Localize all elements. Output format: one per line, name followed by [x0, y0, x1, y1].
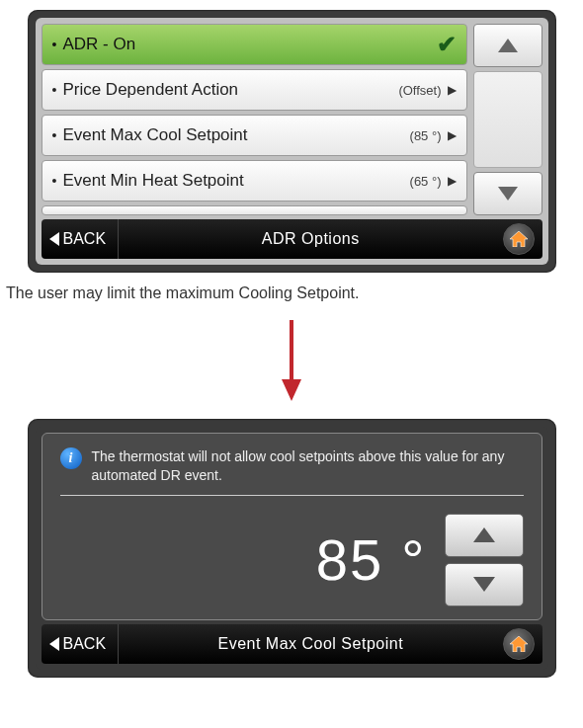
options-list: • ADR - On ✔ • Price Dependent Action (O… [42, 24, 467, 215]
increase-button[interactable] [445, 514, 524, 557]
info-text: The thermostat will not allow cool setpo… [92, 447, 524, 485]
option-event-min-heat-setpoint[interactable]: • Event Min Heat Setpoint (65 °) ▶ [42, 160, 467, 202]
option-value: (Offset) [398, 83, 441, 98]
flow-arrow [0, 320, 583, 401]
svg-marker-1 [498, 187, 518, 201]
option-price-dependent-action[interactable]: • Price Dependent Action (Offset) ▶ [42, 69, 467, 111]
chevron-right-icon: ▶ [448, 128, 457, 142]
chevron-right-icon: ▶ [448, 83, 457, 97]
option-label: Price Dependent Action [62, 80, 398, 100]
adr-options-screen: • ADR - On ✔ • Price Dependent Action (O… [28, 10, 556, 273]
option-adr-on[interactable]: • ADR - On ✔ [42, 24, 467, 65]
bullet-icon: • [52, 127, 57, 143]
screen-title: Event Max Cool Setpoint [119, 635, 502, 653]
chevron-up-icon [498, 39, 518, 52]
value-stepper [445, 514, 524, 607]
chevron-left-icon [49, 637, 59, 651]
event-max-cool-setpoint-screen: i The thermostat will not allow cool set… [28, 419, 556, 678]
back-button[interactable]: BACK [49, 624, 120, 664]
svg-marker-7 [473, 577, 495, 592]
home-icon [510, 231, 528, 247]
arrow-down-icon [280, 320, 303, 401]
home-button[interactable] [503, 628, 535, 660]
chevron-left-icon [49, 232, 59, 246]
svg-marker-0 [498, 39, 518, 52]
chevron-up-icon [473, 527, 495, 542]
svg-marker-2 [49, 232, 59, 246]
screen-content: i The thermostat will not allow cool set… [36, 427, 548, 670]
detail-panel: i The thermostat will not allow cool set… [42, 433, 542, 620]
info-icon: i [60, 447, 82, 469]
option-value: (85 °) [410, 128, 442, 143]
svg-marker-9 [510, 636, 528, 652]
scroll-track[interactable] [473, 71, 542, 168]
setpoint-value: 85 ° [316, 526, 427, 593]
scrollbar [473, 24, 542, 215]
option-label: Event Min Heat Setpoint [62, 171, 409, 191]
option-value: (65 °) [410, 174, 442, 189]
bullet-icon: • [52, 82, 57, 98]
bottom-bar: BACK Event Max Cool Setpoint [42, 624, 542, 664]
screen-content: • ADR - On ✔ • Price Dependent Action (O… [36, 18, 548, 265]
option-event-max-cool-setpoint[interactable]: • Event Max Cool Setpoint (85 °) ▶ [42, 115, 467, 156]
svg-marker-5 [282, 379, 301, 401]
svg-marker-8 [49, 637, 59, 651]
option-label: Event Max Cool Setpoint [62, 125, 409, 145]
home-icon [510, 636, 528, 652]
option-label: ADR - On [62, 35, 436, 54]
chevron-right-icon: ▶ [448, 174, 457, 188]
value-row: 85 ° [60, 514, 524, 607]
back-label: BACK [63, 230, 107, 248]
check-icon: ✔ [437, 31, 457, 58]
chevron-down-icon [473, 577, 495, 592]
back-button[interactable]: BACK [49, 219, 120, 259]
home-button[interactable] [503, 223, 535, 255]
svg-marker-6 [473, 527, 495, 542]
list-overflow-indicator [42, 205, 467, 215]
bullet-icon: • [52, 37, 57, 52]
bottom-bar: BACK ADR Options [42, 219, 542, 259]
chevron-down-icon [498, 187, 518, 201]
bullet-icon: • [52, 173, 57, 189]
caption-text: The user may limit the maximum Cooling S… [6, 284, 583, 302]
back-label: BACK [63, 635, 107, 653]
screen-title: ADR Options [119, 230, 502, 248]
scroll-up-button[interactable] [473, 24, 542, 67]
svg-marker-3 [510, 231, 528, 247]
decrease-button[interactable] [445, 563, 524, 607]
info-row: i The thermostat will not allow cool set… [60, 447, 524, 496]
scroll-down-button[interactable] [473, 172, 542, 215]
